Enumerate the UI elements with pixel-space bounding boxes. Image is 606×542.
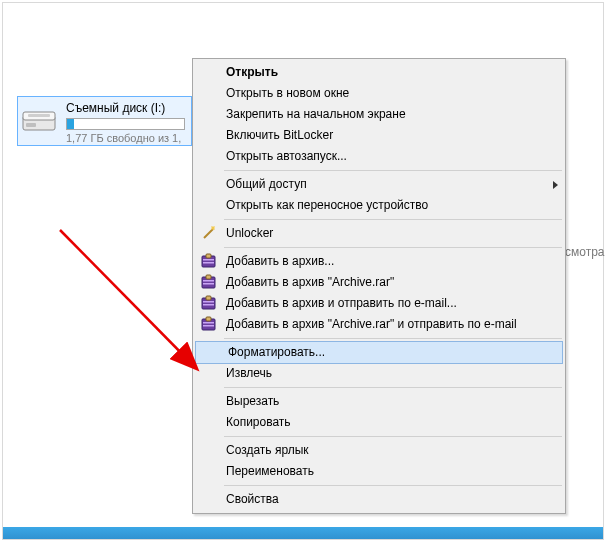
menu-label: Открыть в новом окне — [226, 86, 349, 100]
submenu-arrow-icon — [553, 181, 558, 189]
menu-label: Свойства — [226, 492, 279, 506]
winrar-icon — [200, 295, 217, 312]
menu-separator — [224, 436, 562, 437]
menu-label: Общий доступ — [226, 177, 307, 191]
svg-rect-14 — [203, 301, 214, 303]
menu-item-eject[interactable]: Извлечь — [194, 363, 564, 384]
drive-subtitle: 1,77 ГБ свободно из 1, — [66, 132, 185, 144]
winrar-icon — [200, 253, 217, 270]
removable-disk-icon — [22, 107, 56, 135]
context-menu: Открыть Открыть в новом окне Закрепить н… — [192, 58, 566, 514]
drive-usage-fill — [67, 119, 74, 129]
menu-separator — [224, 338, 562, 339]
menu-item-add-rar-send-email[interactable]: Добавить в архив "Archive.rar" и отправи… — [194, 314, 564, 335]
svg-rect-2 — [28, 114, 50, 117]
menu-separator — [224, 387, 562, 388]
svg-rect-10 — [203, 280, 214, 282]
menu-label: Извлечь — [226, 366, 272, 380]
drive-tile[interactable]: Съемный диск (I:) 1,77 ГБ свободно из 1, — [17, 96, 192, 146]
menu-item-pin-start[interactable]: Закрепить на начальном экране — [194, 104, 564, 125]
svg-rect-16 — [206, 296, 211, 300]
menu-item-open[interactable]: Открыть — [194, 62, 564, 83]
winrar-icon — [200, 316, 217, 333]
menu-label: Копировать — [226, 415, 291, 429]
background-hint-text: смотра — [565, 245, 605, 259]
menu-item-cut[interactable]: Вырезать — [194, 391, 564, 412]
menu-item-unlocker[interactable]: Unlocker — [194, 223, 564, 244]
svg-rect-6 — [203, 259, 214, 261]
menu-item-share[interactable]: Общий доступ — [194, 174, 564, 195]
svg-rect-18 — [203, 322, 214, 324]
drive-usage-bar — [66, 118, 185, 130]
menu-label: Добавить в архив "Archive.rar" и отправи… — [226, 317, 517, 331]
menu-label: Добавить в архив и отправить по e-mail..… — [226, 296, 457, 310]
svg-rect-12 — [206, 275, 211, 279]
drive-title: Съемный диск (I:) — [66, 101, 185, 115]
menu-item-add-archive-rar[interactable]: Добавить в архив "Archive.rar" — [194, 272, 564, 293]
menu-item-create-shortcut[interactable]: Создать ярлык — [194, 440, 564, 461]
menu-label: Unlocker — [226, 226, 273, 240]
menu-item-bitlocker[interactable]: Включить BitLocker — [194, 125, 564, 146]
winrar-icon — [200, 274, 217, 291]
menu-item-properties[interactable]: Свойства — [194, 489, 564, 510]
menu-separator — [224, 247, 562, 248]
menu-item-add-archive[interactable]: Добавить в архив... — [194, 251, 564, 272]
menu-label: Открыть автозапуск... — [226, 149, 347, 163]
menu-label: Открыть — [226, 65, 278, 79]
menu-label: Создать ярлык — [226, 443, 309, 457]
svg-line-4 — [204, 229, 213, 238]
svg-rect-11 — [203, 283, 214, 285]
menu-item-format[interactable]: Форматировать... — [195, 341, 563, 364]
menu-separator — [224, 219, 562, 220]
wand-icon — [200, 225, 217, 242]
menu-item-open-new-window[interactable]: Открыть в новом окне — [194, 83, 564, 104]
menu-separator — [224, 485, 562, 486]
menu-label: Форматировать... — [228, 345, 325, 359]
taskbar-strip — [3, 527, 603, 539]
menu-label: Добавить в архив "Archive.rar" — [226, 275, 394, 289]
menu-item-copy[interactable]: Копировать — [194, 412, 564, 433]
menu-item-add-send-email[interactable]: Добавить в архив и отправить по e-mail..… — [194, 293, 564, 314]
menu-separator — [224, 170, 562, 171]
menu-label: Закрепить на начальном экране — [226, 107, 406, 121]
svg-rect-20 — [206, 317, 211, 321]
menu-item-autorun[interactable]: Открыть автозапуск... — [194, 146, 564, 167]
menu-item-rename[interactable]: Переименовать — [194, 461, 564, 482]
svg-rect-7 — [203, 262, 214, 264]
svg-line-21 — [60, 230, 196, 368]
menu-label: Вырезать — [226, 394, 279, 408]
menu-label: Открыть как переносное устройство — [226, 198, 428, 212]
menu-label: Добавить в архив... — [226, 254, 334, 268]
svg-rect-8 — [206, 254, 211, 258]
svg-rect-3 — [26, 123, 36, 127]
menu-label: Включить BitLocker — [226, 128, 333, 142]
svg-rect-15 — [203, 304, 214, 306]
menu-label: Переименовать — [226, 464, 314, 478]
svg-rect-19 — [203, 325, 214, 327]
window-frame: Съемный диск (I:) 1,77 ГБ свободно из 1,… — [2, 2, 604, 540]
menu-item-portable[interactable]: Открыть как переносное устройство — [194, 195, 564, 216]
